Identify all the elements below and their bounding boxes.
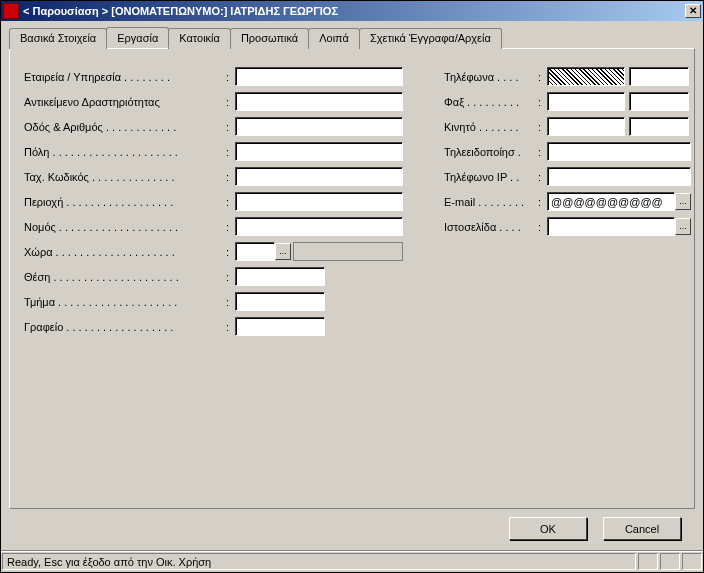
status-pane-2 <box>660 553 680 570</box>
position-input[interactable] <box>235 267 325 286</box>
tab-other[interactable]: Λοιπά <box>308 28 360 49</box>
fax1-input[interactable] <box>547 92 625 111</box>
status-pane-3 <box>682 553 702 570</box>
tab-basic[interactable]: Βασικά Στοιχεία <box>9 28 107 49</box>
row-region: Περιοχή . . . . . . . . . . . . . . . . … <box>24 192 424 211</box>
row-fax: Φαξ . . . . . . . . . : <box>444 92 694 111</box>
row-office: Γραφείο . . . . . . . . . . . . . . . . … <box>24 317 424 336</box>
activity-input[interactable] <box>235 92 403 111</box>
row-dept: Τμήμα . . . . . . . . . . . . . . . . . … <box>24 292 424 311</box>
tab-documents[interactable]: Σχετικά Έγγραφα/Αρχεία <box>359 28 502 49</box>
region-input[interactable] <box>235 192 403 211</box>
ok-button[interactable]: OK <box>509 517 587 540</box>
tab-home[interactable]: Κατοικία <box>168 28 231 49</box>
label-fax: Φαξ . . . . . . . . . <box>444 96 536 108</box>
street-input[interactable] <box>235 117 403 136</box>
label-ipphone: Τηλέφωνο IP . . <box>444 171 536 183</box>
label-company: Εταιρεία / Υπηρεσία . . . . . . . . <box>24 71 224 83</box>
website-input[interactable] <box>547 217 675 236</box>
phone2-input[interactable] <box>629 67 689 86</box>
row-company: Εταιρεία / Υπηρεσία . . . . . . . . : <box>24 67 424 86</box>
cancel-button[interactable]: Cancel <box>603 517 681 540</box>
row-position: Θέση . . . . . . . . . . . . . . . . . .… <box>24 267 424 286</box>
office-input[interactable] <box>235 317 325 336</box>
country-lookup-button[interactable]: ... <box>275 243 291 260</box>
row-website: Ιστοσελίδα . . . . : ... <box>444 217 694 236</box>
label-activity: Αντικείμενο Δραστηριότητας <box>24 96 224 108</box>
left-column: Εταιρεία / Υπηρεσία . . . . . . . . : Αν… <box>24 67 424 342</box>
email-lookup-button[interactable]: ... <box>675 193 691 210</box>
window-title: < Παρουσίαση > [ΟΝΟΜΑΤΕΠΩΝΥΜΟ:] ΙΑΤΡΙΔΗΣ… <box>23 5 685 17</box>
county-input[interactable] <box>235 217 403 236</box>
row-activity: Αντικείμενο Δραστηριότητας : <box>24 92 424 111</box>
tab-personal[interactable]: Προσωπικά <box>230 28 309 49</box>
label-website: Ιστοσελίδα . . . . <box>444 221 536 233</box>
email-input[interactable] <box>547 192 675 211</box>
mobile1-input[interactable] <box>547 117 625 136</box>
row-country: Χώρα . . . . . . . . . . . . . . . . . .… <box>24 242 424 261</box>
label-city: Πόλη . . . . . . . . . . . . . . . . . .… <box>24 146 224 158</box>
fax2-input[interactable] <box>629 92 689 111</box>
country-desc-input <box>293 242 403 261</box>
city-input[interactable] <box>235 142 403 161</box>
company-input[interactable] <box>235 67 403 86</box>
status-pane-1 <box>638 553 658 570</box>
row-county: Νομός . . . . . . . . . . . . . . . . . … <box>24 217 424 236</box>
ipphone-input[interactable] <box>547 167 691 186</box>
tab-panel-work: Εταιρεία / Υπηρεσία . . . . . . . . : Αν… <box>9 48 695 509</box>
row-pager: Τηλεειδοποίησ . : <box>444 142 694 161</box>
form-area: Εταιρεία / Υπηρεσία . . . . . . . . : Αν… <box>24 67 680 342</box>
row-email: E-mail . . . . . . . . : ... <box>444 192 694 211</box>
window: < Παρουσίαση > [ΟΝΟΜΑΤΕΠΩΝΥΜΟ:] ΙΑΤΡΙΔΗΣ… <box>0 0 704 573</box>
label-street: Οδός & Αριθμός . . . . . . . . . . . . <box>24 121 224 133</box>
country-code-input[interactable] <box>235 242 275 261</box>
tab-work[interactable]: Εργασία <box>106 27 169 48</box>
row-city: Πόλη . . . . . . . . . . . . . . . . . .… <box>24 142 424 161</box>
label-county: Νομός . . . . . . . . . . . . . . . . . … <box>24 221 224 233</box>
website-lookup-button[interactable]: ... <box>675 218 691 235</box>
row-street: Οδός & Αριθμός . . . . . . . . . . . . : <box>24 117 424 136</box>
tabstrip: Βασικά Στοιχεία Εργασία Κατοικία Προσωπι… <box>9 27 695 48</box>
row-ipphone: Τηλέφωνο IP . . : <box>444 167 694 186</box>
postcode-input[interactable] <box>235 167 403 186</box>
label-region: Περιοχή . . . . . . . . . . . . . . . . … <box>24 196 224 208</box>
row-postcode: Ταχ. Κωδικός . . . . . . . . . . . . . .… <box>24 167 424 186</box>
dept-input[interactable] <box>235 292 325 311</box>
status-text: Ready, Esc για έξοδο από την Οικ. Χρήση <box>2 553 636 570</box>
label-dept: Τμήμα . . . . . . . . . . . . . . . . . … <box>24 296 224 308</box>
client-area: Βασικά Στοιχεία Εργασία Κατοικία Προσωπι… <box>1 21 703 550</box>
row-mobile: Κινητό . . . . . . . : <box>444 117 694 136</box>
label-postcode: Ταχ. Κωδικός . . . . . . . . . . . . . . <box>24 171 224 183</box>
label-mobile: Κινητό . . . . . . . <box>444 121 536 133</box>
mobile2-input[interactable] <box>629 117 689 136</box>
statusbar: Ready, Esc για έξοδο από την Οικ. Χρήση <box>1 550 703 572</box>
close-button[interactable]: ✕ <box>685 4 701 18</box>
titlebar: < Παρουσίαση > [ΟΝΟΜΑΤΕΠΩΝΥΜΟ:] ΙΑΤΡΙΔΗΣ… <box>1 1 703 21</box>
phone1-input[interactable] <box>547 67 625 86</box>
dialog-buttons: OK Cancel <box>9 509 695 550</box>
label-country: Χώρα . . . . . . . . . . . . . . . . . .… <box>24 246 224 258</box>
label-email: E-mail . . . . . . . . <box>444 196 536 208</box>
label-office: Γραφείο . . . . . . . . . . . . . . . . … <box>24 321 224 333</box>
label-pager: Τηλεειδοποίησ . <box>444 146 536 158</box>
app-icon <box>3 3 19 19</box>
right-column: Τηλέφωνα . . . . : Φαξ . . . . . . . . .… <box>444 67 694 342</box>
label-position: Θέση . . . . . . . . . . . . . . . . . .… <box>24 271 224 283</box>
pager-input[interactable] <box>547 142 691 161</box>
row-phones: Τηλέφωνα . . . . : <box>444 67 694 86</box>
label-phones: Τηλέφωνα . . . . <box>444 71 536 83</box>
